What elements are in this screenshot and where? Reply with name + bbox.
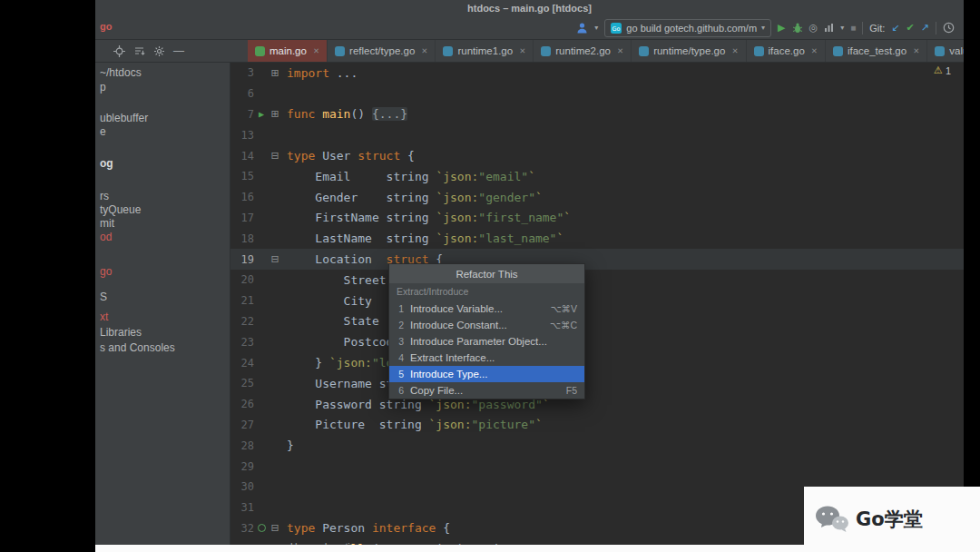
editor-tab[interactable]: runtime/type.go✕: [632, 40, 746, 62]
popup-item[interactable]: 3Introduce Parameter Object...: [389, 333, 584, 350]
svg-text:Go: Go: [612, 25, 621, 32]
run-config-selector[interactable]: Go go build gotech.github.com/m ▾: [604, 19, 771, 37]
run-button[interactable]: ▶: [778, 23, 785, 33]
code-line[interactable]: 15 Email string `json:"email"`: [230, 166, 964, 187]
project-tree-item[interactable]: ublebuffer: [95, 112, 230, 125]
code-line[interactable]: 3⊞import ...: [230, 63, 964, 84]
recent-locations-clock-icon[interactable]: [943, 22, 955, 34]
line-number: 15: [230, 170, 254, 182]
line-number: 30: [230, 480, 254, 493]
code-line[interactable]: 22 State string `json:"state"`: [230, 311, 964, 332]
tab-label: runtime/type.go: [653, 45, 725, 56]
code-line[interactable]: 17 FirstName string `json:"first_name"`: [230, 208, 964, 229]
hide-panel-icon[interactable]: —: [173, 44, 184, 57]
editor-tab[interactable]: main.go✕: [248, 40, 328, 62]
code-line[interactable]: 6: [230, 84, 964, 104]
fold-marker-icon[interactable]: ⊞: [269, 108, 281, 120]
project-tree-item[interactable]: s and Consoles: [95, 341, 230, 355]
project-tree-item[interactable]: e: [95, 125, 230, 139]
tab-close-icon[interactable]: ✕: [313, 46, 319, 55]
editor-tab[interactable]: value.go✕: [927, 40, 964, 62]
tab-close-icon[interactable]: ✕: [731, 46, 738, 55]
git-push-button[interactable]: ↗: [921, 23, 929, 33]
wechat-icon: [815, 505, 849, 534]
fold-marker-icon[interactable]: ⊞: [269, 67, 281, 79]
code-line[interactable]: 13: [230, 124, 964, 145]
locate-file-icon[interactable]: [113, 45, 125, 57]
git-commit-button[interactable]: ✔: [906, 23, 915, 33]
code-line[interactable]: 21 City string `json:"city"`: [230, 291, 964, 311]
avatar-dropdown-caret[interactable]: ▾: [594, 24, 598, 32]
tab-close-icon[interactable]: ✕: [811, 46, 818, 55]
popup-item[interactable]: 1Introduce Variable...⌥⌘V: [389, 301, 584, 317]
project-tree-item[interactable]: Libraries: [95, 326, 230, 340]
project-tree-item[interactable]: p: [95, 81, 230, 94]
tab-close-icon[interactable]: ✕: [421, 46, 427, 55]
profiler-button[interactable]: [824, 23, 834, 33]
project-tree-item[interactable]: od: [95, 231, 230, 244]
code-line[interactable]: 19⊟ Location struct {: [230, 249, 964, 270]
fold-marker-icon[interactable]: ⊟: [269, 522, 281, 534]
debug-bug-button[interactable]: [792, 22, 803, 34]
run-gutter-icon[interactable]: ▶: [254, 109, 269, 119]
user-avatar-icon[interactable]: [576, 22, 588, 34]
project-tree-item[interactable]: go: [95, 265, 230, 279]
editor-tab[interactable]: runtime2.go✕: [534, 40, 632, 62]
popup-item[interactable]: 6Copy File...F5: [389, 382, 584, 399]
code-line[interactable]: 29: [230, 456, 964, 477]
settings-gear-icon[interactable]: [153, 45, 165, 57]
more-run-options-caret[interactable]: ▾: [840, 24, 844, 32]
tab-label: main.go: [270, 45, 307, 56]
popup-item-label: Introduce Parameter Object...: [410, 336, 547, 347]
popup-item[interactable]: 2Introduce Constant...⌥⌘C: [389, 317, 584, 333]
git-update-button[interactable]: ↙: [891, 23, 899, 33]
code-text: Postcode string `json:"postcode"`: [281, 335, 964, 349]
code-line[interactable]: 24 } `json:"location"`: [230, 352, 964, 373]
inspection-warning-badge[interactable]: ⚠ 1: [934, 64, 951, 76]
code-line[interactable]: 20 Street string `json:"street"`: [230, 270, 964, 291]
tab-close-icon[interactable]: ✕: [519, 46, 525, 55]
project-tree-item[interactable]: mit: [95, 217, 230, 231]
code-line[interactable]: 14⊟type User struct {: [230, 145, 964, 166]
popup-item-number: 5: [396, 369, 404, 380]
fold-marker-icon[interactable]: ⊟: [269, 253, 281, 265]
wechat-watermark: Go学堂: [804, 487, 980, 552]
project-tree-item[interactable]: xt: [95, 310, 230, 324]
code-line[interactable]: 23 Postcode string `json:"postcode"`: [230, 331, 964, 352]
coverage-button[interactable]: ◎: [809, 23, 818, 33]
popup-item-number: 4: [396, 352, 404, 363]
project-tree-item[interactable]: S: [95, 291, 230, 304]
code-line[interactable]: 27 Picture string `json:"picture"`: [230, 415, 964, 436]
tab-close-icon[interactable]: ✕: [913, 46, 919, 55]
project-tree-item[interactable]: og: [95, 157, 230, 171]
tab-close-icon[interactable]: ✕: [617, 46, 623, 55]
code-line[interactable]: 18 LastName string `json:"last_name"`: [230, 228, 964, 249]
code-line[interactable]: 25 Username string `json:"username"`: [230, 373, 964, 394]
collapse-all-icon[interactable]: [133, 45, 145, 57]
project-tree-item[interactable]: ~/htdocs: [95, 66, 230, 80]
code-line[interactable]: 7▶⊞func main() {...}: [230, 104, 964, 125]
popup-items: 1Introduce Variable...⌥⌘V2Introduce Cons…: [389, 301, 584, 399]
project-tree-item[interactable]: rs: [95, 190, 230, 203]
line-number: 6: [230, 87, 254, 100]
tab-label: iface_test.go: [848, 45, 906, 56]
code-text: type User struct {: [281, 149, 964, 163]
implementations-gutter-icon[interactable]: [254, 521, 269, 535]
editor-tab[interactable]: iface_test.go✕: [826, 40, 927, 62]
code-line[interactable]: 26 Password string `json:"password"`: [230, 394, 964, 415]
editor-tab[interactable]: reflect/type.go✕: [328, 40, 436, 62]
code-line[interactable]: 28}: [230, 435, 964, 456]
popup-section-header: Extract/Introduce: [389, 283, 584, 301]
stop-button[interactable]: ■: [850, 24, 856, 33]
code-line[interactable]: 16 Gender string `json:"gender"`: [230, 187, 964, 208]
line-number: 22: [230, 315, 254, 328]
popup-item-label: Introduce Constant...: [410, 320, 507, 330]
editor-tab[interactable]: runtime1.go✕: [436, 40, 534, 62]
toolbar-separator: [862, 22, 863, 34]
popup-item[interactable]: 5Introduce Type...: [389, 366, 584, 382]
toolbar-left-text: go: [100, 21, 112, 32]
project-tree-item[interactable]: tyQueue: [95, 203, 230, 217]
popup-item[interactable]: 4Extract Interface...: [389, 350, 584, 366]
fold-marker-icon[interactable]: ⊟: [269, 150, 281, 162]
editor-tab[interactable]: iface.go✕: [747, 40, 826, 62]
